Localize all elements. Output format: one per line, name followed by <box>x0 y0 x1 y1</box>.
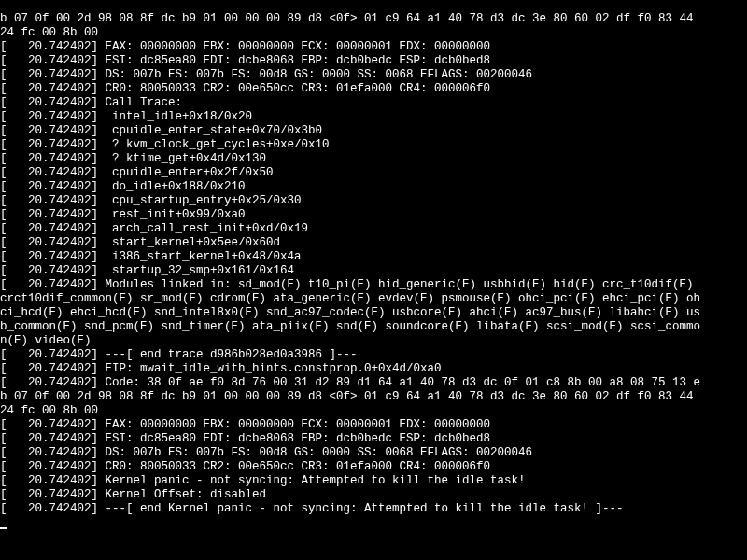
console-line: [ 20.742402] ---[ end Kernel panic - not… <box>0 502 747 516</box>
console-line: [ 20.742402] DS: 007b ES: 007b FS: 00d8 … <box>0 446 747 460</box>
console-line: b 07 0f 00 2d 98 08 8f dc b9 01 00 00 00… <box>0 12 747 26</box>
console-line: 24 fc 00 8b 00 <box>0 404 747 418</box>
text-cursor <box>0 527 7 529</box>
console-line: [ 20.742402] Modules linked in: sd_mod(E… <box>0 278 747 292</box>
console-line: [ 20.742402] DS: 007b ES: 007b FS: 00d8 … <box>0 68 747 82</box>
console-line: [ 20.742402] CR0: 80050033 CR2: 00e650cc… <box>0 460 747 474</box>
console-line: [ 20.742402] ESI: dc85ea80 EDI: dcbe8068… <box>0 432 747 446</box>
console-line: n(E) video(E) <box>0 334 747 348</box>
console-line: [ 20.742402] startup_32_smp+0x161/0x164 <box>0 264 747 278</box>
console-line: b 07 0f 00 2d 98 08 8f dc b9 01 00 00 00… <box>0 390 747 404</box>
console-line: 24 fc 00 8b 00 <box>0 26 747 40</box>
console-line: crct10dif_common(E) sr_mod(E) cdrom(E) a… <box>0 292 747 306</box>
console-line: [ 20.742402] intel_idle+0x18/0x20 <box>0 110 747 124</box>
console-line: [ 20.742402] Kernel panic - not syncing:… <box>0 474 747 488</box>
kernel-console: b 07 0f 00 2d 98 08 8f dc b9 01 00 00 00… <box>0 12 747 530</box>
console-line: b_common(E) snd_pcm(E) snd_timer(E) ata_… <box>0 320 747 334</box>
console-line: [ 20.742402] Kernel Offset: disabled <box>0 488 747 502</box>
console-line: [ 20.742402] cpuidle_enter_state+0x70/0x… <box>0 124 747 138</box>
console-line: [ 20.742402] Call Trace: <box>0 96 747 110</box>
console-line: [ 20.742402] ? kvm_clock_get_cycles+0xe/… <box>0 138 747 152</box>
console-line: [ 20.742402] Code: 38 0f ae f0 8d 76 00 … <box>0 376 747 390</box>
cursor-line <box>0 516 747 530</box>
console-line: [ 20.742402] CR0: 80050033 CR2: 00e650cc… <box>0 82 747 96</box>
console-line: [ 20.742402] EIP: mwait_idle_with_hints.… <box>0 362 747 376</box>
console-line: [ 20.742402] EAX: 00000000 EBX: 00000000… <box>0 418 747 432</box>
console-line: [ 20.742402] i386_start_kernel+0x48/0x4a <box>0 250 747 264</box>
console-line: [ 20.742402] ESI: dc85ea80 EDI: dcbe8068… <box>0 54 747 68</box>
console-line: [ 20.742402] cpuidle_enter+0x2f/0x50 <box>0 166 747 180</box>
console-line: [ 20.742402] ---[ end trace d986b028ed0a… <box>0 348 747 362</box>
console-line: [ 20.742402] arch_call_rest_init+0xd/0x1… <box>0 222 747 236</box>
console-line: [ 20.742402] do_idle+0x188/0x210 <box>0 180 747 194</box>
console-line: [ 20.742402] cpu_startup_entry+0x25/0x30 <box>0 194 747 208</box>
console-line: ci_hcd(E) ehci_hcd(E) snd_intel8x0(E) sn… <box>0 306 747 320</box>
console-line: [ 20.742402] rest_init+0x99/0xa0 <box>0 208 747 222</box>
console-line: [ 20.742402] start_kernel+0x5ee/0x60d <box>0 236 747 250</box>
console-line: [ 20.742402] ? ktime_get+0x4d/0x130 <box>0 152 747 166</box>
console-line: [ 20.742402] EAX: 00000000 EBX: 00000000… <box>0 40 747 54</box>
